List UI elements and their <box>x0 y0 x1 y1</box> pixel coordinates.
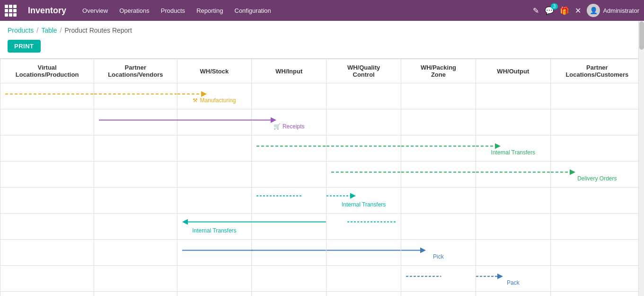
cell <box>326 83 401 109</box>
nav-overview[interactable]: Overview <box>78 4 113 17</box>
clock-icon[interactable]: ✎ <box>533 6 539 15</box>
breadcrumb-products[interactable]: Products <box>8 27 34 34</box>
routes-table: VirtualLocations/Production PartnerLocat… <box>0 59 644 296</box>
breadcrumb-table[interactable]: Table <box>41 27 57 34</box>
col-wh-packing: WH/PackingZone <box>401 59 476 83</box>
gift-icon[interactable]: 🎁 <box>560 6 569 15</box>
cell <box>476 240 550 266</box>
main-nav: Overview Operations Products Reporting C… <box>78 4 276 17</box>
cell <box>476 161 550 188</box>
svg-marker-30 <box>420 248 426 253</box>
cell <box>401 266 476 292</box>
nav-configuration[interactable]: Configuration <box>230 4 276 17</box>
cell <box>476 109 550 135</box>
toolbar: PRINT <box>0 38 644 58</box>
cell <box>0 292 94 296</box>
table-row: Delivery Orders <box>0 292 644 296</box>
close-icon[interactable]: ✕ <box>575 6 581 15</box>
nav-operations[interactable]: Operations <box>115 4 154 17</box>
cell <box>326 292 401 296</box>
cell <box>94 240 177 266</box>
cell <box>94 214 177 240</box>
col-partner-customers: PartnerLocations/Customers <box>550 59 644 83</box>
col-wh-quality: WH/QualityControl <box>326 59 401 83</box>
cell <box>177 266 252 292</box>
nav-products[interactable]: Products <box>156 4 190 17</box>
svg-marker-12 <box>495 144 501 149</box>
cell <box>177 161 252 188</box>
cell <box>476 83 550 109</box>
table-header-row: VirtualLocations/Production PartnerLocat… <box>0 59 644 83</box>
cell: Internal Transfers <box>326 188 401 214</box>
cell: Internal Transfers <box>177 214 252 240</box>
cell <box>0 266 94 292</box>
cell <box>401 83 476 109</box>
cell <box>177 135 252 161</box>
table-row: Pick <box>0 240 644 266</box>
nav-reporting[interactable]: Reporting <box>192 4 228 17</box>
cell <box>94 135 177 161</box>
cell <box>0 83 94 109</box>
cell: ⚒Manufacturing <box>177 83 252 109</box>
cell <box>401 135 476 161</box>
cell: Delivery Orders <box>550 161 644 188</box>
cell <box>401 109 476 135</box>
cell <box>550 83 644 109</box>
cell <box>177 109 252 135</box>
cell <box>550 240 644 266</box>
table-row: Pack <box>0 266 644 292</box>
cell <box>0 161 94 188</box>
cell <box>401 161 476 188</box>
cell <box>94 292 177 296</box>
cell <box>0 214 94 240</box>
svg-marker-7 <box>271 117 276 123</box>
svg-marker-21 <box>350 193 356 198</box>
cell <box>94 266 177 292</box>
cell: Pack <box>476 266 550 292</box>
svg-marker-3 <box>201 91 207 97</box>
cell <box>177 240 252 266</box>
table-row: Internal Transfers <box>0 214 644 240</box>
navbar-right: ✎ 💬 3 🎁 ✕ 👤 Administrator <box>533 4 639 17</box>
col-virtual-locations: VirtualLocations/Production <box>0 59 94 83</box>
cell <box>94 83 177 109</box>
cell <box>94 161 177 188</box>
cell <box>252 161 326 188</box>
cell <box>476 214 550 240</box>
cell <box>326 214 401 240</box>
cell <box>0 109 94 135</box>
print-button[interactable]: PRINT <box>8 40 41 53</box>
cell <box>252 83 326 109</box>
breadcrumb: Products / Table / Product Routes Report <box>0 21 644 38</box>
app-grid-icon[interactable] <box>5 5 17 17</box>
routes-table-wrapper: VirtualLocations/Production PartnerLocat… <box>0 58 644 296</box>
svg-marker-33 <box>497 274 503 279</box>
cell <box>550 266 644 292</box>
cell <box>550 135 644 161</box>
cell <box>177 188 252 214</box>
cell <box>401 292 476 296</box>
table-row: 🛒Receipts <box>0 109 644 135</box>
breadcrumb-current: Product Routes Report <box>65 27 132 34</box>
cell <box>0 135 94 161</box>
cell <box>550 188 644 214</box>
cell: Pick <box>401 240 476 266</box>
admin-avatar: 👤 <box>587 4 600 17</box>
cell <box>326 109 401 135</box>
cell: Delivery Orders <box>550 292 644 296</box>
cell <box>550 214 644 240</box>
breadcrumb-sep-2: / <box>60 27 62 34</box>
cell <box>252 266 326 292</box>
cell <box>476 188 550 214</box>
cell <box>326 135 401 161</box>
col-wh-output: WH/Output <box>476 59 550 83</box>
cell <box>0 188 94 214</box>
table-row: Delivery Orders <box>0 161 644 188</box>
admin-menu[interactable]: 👤 Administrator <box>587 4 639 17</box>
cell <box>252 188 326 214</box>
cell: Internal Transfers <box>476 135 550 161</box>
chat-icon[interactable]: 💬 3 <box>545 6 554 15</box>
cell <box>94 188 177 214</box>
col-partner-vendors: PartnerLocations/Vendors <box>94 59 177 83</box>
cell <box>177 292 252 296</box>
